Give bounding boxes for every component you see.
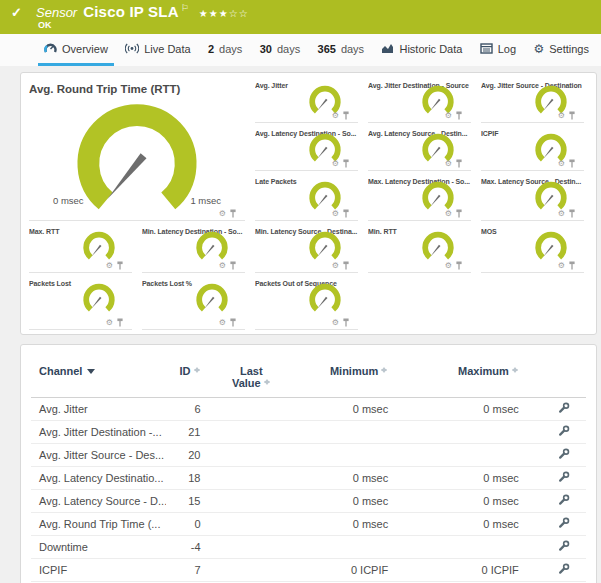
column-header-last-value[interactable]: Last Value bbox=[209, 361, 295, 398]
tile-gear-icon[interactable]: ⚙ bbox=[445, 160, 452, 168]
tile-pin-icon[interactable] bbox=[568, 159, 576, 168]
tile-pin-icon[interactable] bbox=[568, 111, 576, 120]
tile-gear-icon[interactable]: ⚙ bbox=[219, 262, 226, 270]
tile-pin-icon[interactable] bbox=[342, 318, 350, 327]
tab-log[interactable]: Log bbox=[474, 34, 522, 66]
edit-channel-wrench-icon[interactable] bbox=[558, 494, 570, 506]
historic-data-icon bbox=[381, 43, 394, 54]
tile-pin-icon[interactable] bbox=[229, 318, 237, 327]
channel-maximum: 0 ICPIF bbox=[396, 559, 527, 582]
gauge-title: Avg. Latency Source - Destin... bbox=[368, 123, 471, 137]
tile-gear-icon[interactable]: ⚙ bbox=[106, 319, 113, 327]
tile-gear-icon[interactable]: ⚙ bbox=[445, 262, 452, 270]
tab-historic-data[interactable]: Historic Data bbox=[375, 34, 468, 66]
column-header-id[interactable]: ID bbox=[166, 361, 209, 398]
overview-panel: Avg. Round Trip Time (RTT) 0 msec 1 msec… bbox=[20, 72, 597, 335]
tab-overview[interactable]: Overview bbox=[38, 34, 114, 66]
tile-gear-icon[interactable]: ⚙ bbox=[558, 112, 565, 120]
gauge-tile[interactable]: ICPIF ⚙ bbox=[481, 123, 584, 171]
tile-gear-icon[interactable]: ⚙ bbox=[558, 160, 565, 168]
tile-gear-icon[interactable]: ⚙ bbox=[219, 210, 226, 218]
tile-gear-icon[interactable]: ⚙ bbox=[558, 210, 565, 218]
gauge-tile[interactable]: Late Packets ⚙ bbox=[255, 171, 358, 221]
gauge-title: Avg. Jitter Destination - Source bbox=[368, 75, 471, 89]
channel-last-value bbox=[209, 490, 295, 513]
edit-channel-wrench-icon[interactable] bbox=[558, 448, 570, 460]
tile-pin-icon[interactable] bbox=[229, 209, 237, 218]
channel-minimum: 0 msec bbox=[294, 513, 396, 536]
edit-channel-wrench-icon[interactable] bbox=[558, 471, 570, 483]
edit-channel-wrench-icon[interactable] bbox=[558, 517, 570, 529]
channel-maximum bbox=[396, 444, 527, 467]
gauge-tile[interactable]: Max. Latency Destination - So... ⚙ bbox=[368, 171, 471, 221]
edit-channel-wrench-icon[interactable] bbox=[558, 425, 570, 437]
tile-pin-icon[interactable] bbox=[342, 159, 350, 168]
priority-flag-icon[interactable]: ⚐ bbox=[181, 3, 189, 13]
sensor-status-badge: OK bbox=[38, 20, 52, 30]
tile-gear-icon[interactable]: ⚙ bbox=[558, 262, 565, 270]
settings-gear-icon: ⚙ bbox=[533, 43, 544, 55]
tab-2-days[interactable]: 2 days bbox=[202, 34, 248, 66]
sort-icon bbox=[264, 377, 271, 387]
tab-live-data[interactable]: Live Data bbox=[119, 34, 196, 66]
edit-channel-wrench-icon[interactable] bbox=[558, 563, 570, 575]
favorite-rating[interactable]: ★★★☆☆ bbox=[199, 8, 249, 19]
gauge-tile-avg-round-trip-time[interactable]: Avg. Round Trip Time (RTT) 0 msec 1 msec… bbox=[29, 75, 245, 221]
tile-pin-icon[interactable] bbox=[455, 111, 463, 120]
gauge-tile[interactable]: Packets Lost % ⚙ bbox=[142, 273, 245, 330]
tile-pin-icon[interactable] bbox=[455, 159, 463, 168]
live-data-icon bbox=[125, 43, 139, 54]
column-header-maximum[interactable]: Maximum bbox=[396, 361, 527, 398]
gauge-tile[interactable]: Min. Latency Destination - So... ⚙ bbox=[142, 221, 245, 273]
tile-gear-icon[interactable]: ⚙ bbox=[332, 319, 339, 327]
channel-id: 15 bbox=[166, 490, 209, 513]
tile-pin-icon[interactable] bbox=[116, 261, 124, 270]
channel-minimum: 0 msec bbox=[294, 398, 396, 421]
gauge-tile[interactable]: Max. Latency Source - Destin... ⚙ bbox=[481, 171, 584, 221]
tab-settings[interactable]: ⚙ Settings bbox=[527, 34, 595, 66]
edit-channel-wrench-icon[interactable] bbox=[558, 540, 570, 552]
tile-pin-icon[interactable] bbox=[455, 261, 463, 270]
gauge-title: Max. Latency Destination - So... bbox=[368, 171, 471, 185]
tile-pin-icon[interactable] bbox=[116, 318, 124, 327]
tab-bar: Overview Live Data 2 days 30 days 365 da… bbox=[0, 34, 601, 66]
channel-last-value bbox=[209, 513, 295, 536]
tile-pin-icon[interactable] bbox=[342, 111, 350, 120]
gauge-tile[interactable]: Max. RTT ⚙ bbox=[29, 221, 132, 273]
channel-row: Avg. Jitter Source - Des... 20 bbox=[31, 444, 586, 467]
edit-channel-wrench-icon[interactable] bbox=[558, 402, 570, 414]
gauge-tile[interactable]: MOS ⚙ bbox=[481, 221, 584, 273]
gauge-tile[interactable]: Packets Lost ⚙ bbox=[29, 273, 132, 330]
gauge-tile[interactable]: Avg. Jitter Source - Destination ⚙ bbox=[481, 75, 584, 123]
gauge-dial bbox=[308, 282, 342, 313]
gauge-tile[interactable]: Packets Out of Sequence ⚙ bbox=[255, 273, 358, 330]
gauge-tile[interactable]: Avg. Jitter ⚙ bbox=[255, 75, 358, 123]
channel-name: Avg. Jitter Destination -... bbox=[31, 421, 166, 444]
channel-table: Channel ID Last Value Minimum Maximum bbox=[31, 361, 586, 583]
tile-pin-icon[interactable] bbox=[229, 261, 237, 270]
gauge-tile[interactable]: Min. Latency Source - Destina... ⚙ bbox=[255, 221, 358, 273]
tile-pin-icon[interactable] bbox=[342, 209, 350, 218]
tile-gear-icon[interactable]: ⚙ bbox=[332, 160, 339, 168]
tile-gear-icon[interactable]: ⚙ bbox=[332, 112, 339, 120]
tile-gear-icon[interactable]: ⚙ bbox=[332, 262, 339, 270]
gauge-tile[interactable]: Avg. Jitter Destination - Source ⚙ bbox=[368, 75, 471, 123]
tab-30-days[interactable]: 30 days bbox=[254, 34, 307, 66]
tile-gear-icon[interactable]: ⚙ bbox=[332, 210, 339, 218]
gauge-tile[interactable]: Min. RTT ⚙ bbox=[368, 221, 471, 273]
sensor-kind-label: Sensor bbox=[36, 5, 77, 20]
gauge-tile[interactable]: Avg. Latency Source - Destin... ⚙ bbox=[368, 123, 471, 171]
tile-pin-icon[interactable] bbox=[455, 209, 463, 218]
tab-365-days[interactable]: 365 days bbox=[312, 34, 371, 66]
channel-id: 21 bbox=[166, 421, 209, 444]
tile-gear-icon[interactable]: ⚙ bbox=[219, 319, 226, 327]
tile-pin-icon[interactable] bbox=[568, 209, 576, 218]
column-header-minimum[interactable]: Minimum bbox=[294, 361, 396, 398]
column-header-channel[interactable]: Channel bbox=[31, 361, 166, 398]
gauge-tile[interactable]: Avg. Latency Destination - So... ⚙ bbox=[255, 123, 358, 171]
tile-gear-icon[interactable]: ⚙ bbox=[445, 210, 452, 218]
tile-pin-icon[interactable] bbox=[342, 261, 350, 270]
tile-gear-icon[interactable]: ⚙ bbox=[445, 112, 452, 120]
tile-pin-icon[interactable] bbox=[568, 261, 576, 270]
tile-gear-icon[interactable]: ⚙ bbox=[106, 262, 113, 270]
